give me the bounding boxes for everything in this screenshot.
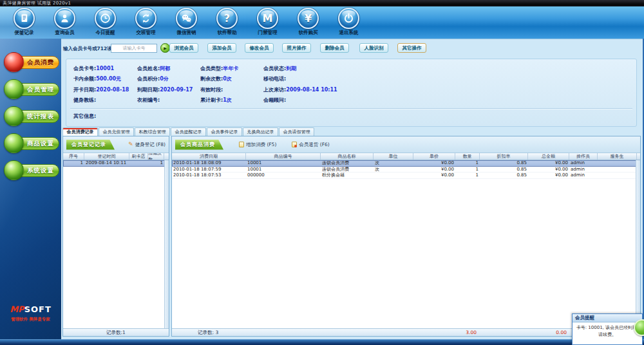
toolbar-button-software-help[interactable]: ?软件帮助 bbox=[207, 6, 247, 39]
browse-member-button[interactable]: 浏览会员 bbox=[169, 43, 198, 53]
tab-consumption-records[interactable]: 会员消费记录 bbox=[62, 127, 98, 136]
cell: 2010-01-18 18:07:59 bbox=[172, 167, 246, 172]
cell: ¥0.00 bbox=[528, 167, 569, 172]
edit-member-button[interactable]: 修改会员 bbox=[245, 43, 274, 53]
question-icon: ? bbox=[218, 9, 236, 28]
table-row[interactable]: 2010-01-18 18:07:53000000积分换会籍¥0.0010.85… bbox=[172, 172, 640, 179]
table-row[interactable]: 12009-08-14 10:111 bbox=[63, 160, 169, 167]
cell: admin bbox=[569, 172, 598, 178]
info-field: 会员状态:到期 bbox=[263, 65, 634, 72]
column-header[interactable]: 扣减次数 bbox=[148, 153, 164, 160]
column-header[interactable]: 单价 bbox=[413, 153, 455, 160]
records-content: 会员登记记录 ✎ 健身登记 (F8) 序号登记时间刷卡店扣减次数 12009-0… bbox=[62, 136, 641, 337]
amount-total: 0.00 bbox=[528, 330, 567, 335]
application-window: 美萍健身房管理 试用版 2020v1 便签记录查询会员今日提醒交班管理微信营销?… bbox=[0, 0, 644, 345]
info-value: 2009-08-14 10:11 bbox=[286, 87, 337, 93]
tab-event-records[interactable]: 会员事件记录 bbox=[207, 127, 242, 136]
cell: 000000 bbox=[246, 172, 321, 178]
logo-mp: MP bbox=[10, 304, 24, 314]
toolbar-button-access-control[interactable]: M门禁管理 bbox=[247, 6, 288, 39]
add-consumption-label: 增加消费 (F5) bbox=[246, 142, 276, 148]
cell: ¥0.00 bbox=[413, 167, 455, 172]
toolbar-button-exit-system[interactable]: 退出系统 bbox=[328, 6, 369, 39]
info-label: 会员积分: bbox=[137, 76, 160, 82]
tab-reminder-records[interactable]: 会员提醒记录 bbox=[171, 127, 206, 136]
add-document-icon bbox=[239, 142, 244, 147]
member-refund-button[interactable]: 会员退货 (F6) bbox=[292, 142, 329, 148]
info-label: 会籍顾问: bbox=[263, 97, 286, 103]
vertical-scrollbar[interactable] bbox=[636, 160, 640, 328]
cell: 1 bbox=[455, 167, 480, 172]
sidebar-item-goods-settings[interactable]: 商品设置 bbox=[1, 133, 60, 154]
toolbar-button-notes[interactable]: 便签记录 bbox=[4, 6, 44, 39]
vertical-scrollbar[interactable] bbox=[164, 160, 169, 328]
power-icon bbox=[338, 8, 359, 29]
toolbar-button-software-purchase[interactable]: ¥软件购买 bbox=[288, 6, 328, 39]
question-icon: ? bbox=[216, 8, 238, 29]
tab-goods-exchange[interactable]: 兑换商品记录 bbox=[243, 127, 278, 136]
column-header[interactable]: 消费日期 bbox=[172, 153, 246, 160]
play-arrow-icon: ▶ bbox=[164, 46, 167, 50]
logo-soft: SOFT bbox=[24, 304, 52, 314]
sidebar-item-statistics-reports[interactable]: 统计报表 bbox=[1, 106, 60, 127]
sidebar-item-system-settings[interactable]: 系统设置 bbox=[1, 160, 60, 182]
column-header[interactable]: 服务生 bbox=[598, 153, 637, 160]
column-header[interactable]: 单位 bbox=[374, 153, 413, 160]
info-value: 2020-08-18 bbox=[96, 87, 129, 93]
column-header[interactable]: 操作员 bbox=[569, 153, 598, 160]
delete-member-button[interactable]: 删除会员 bbox=[320, 43, 349, 53]
cell: ¥0.00 bbox=[413, 160, 455, 165]
info-label: 卡内余额: bbox=[73, 76, 96, 82]
column-header[interactable]: 数量 bbox=[455, 153, 480, 160]
quantity-total: 3.00 bbox=[438, 330, 477, 335]
add-member-button[interactable]: 添加会员 bbox=[207, 43, 236, 53]
column-header[interactable]: 商品名称 bbox=[321, 153, 374, 160]
tab-private-coach[interactable]: 私教综合管理 bbox=[135, 127, 170, 136]
tab-recharge-management[interactable]: 会员充值管理 bbox=[99, 127, 134, 136]
toolbar-label: 查询会员 bbox=[55, 30, 75, 36]
column-header[interactable]: 序号 bbox=[63, 153, 84, 160]
info-label: 会员卡号: bbox=[73, 66, 96, 71]
card-number-input[interactable] bbox=[111, 44, 157, 53]
sidebar-item-member-consumption[interactable]: 会员消费 bbox=[1, 51, 60, 73]
popup-message: 卡号: 10001, 该会员已经到期, 请续费。 bbox=[573, 322, 642, 340]
other-operations-button[interactable]: 其它操作 bbox=[397, 43, 426, 53]
column-header[interactable]: 总金额 bbox=[528, 153, 569, 160]
column-header[interactable]: 商品编号 bbox=[246, 153, 321, 160]
sidebar-item-member-management[interactable]: 会员管理 bbox=[1, 79, 60, 100]
cell: admin bbox=[569, 160, 598, 165]
consumption-table: 2010-01-18 18:08:0910001连锁会员消费次¥0.0010.8… bbox=[172, 160, 640, 328]
info-label: 有效时段: bbox=[200, 87, 223, 93]
cell: ¥0.00 bbox=[528, 160, 569, 165]
toolbar-label: 退出系统 bbox=[339, 30, 359, 36]
popup-title: 会员提醒 bbox=[573, 314, 642, 322]
record-tabs: 会员消费记录会员充值管理私教综合管理会员提醒记录会员事件记录兑换商品记录会员请假… bbox=[62, 127, 315, 136]
column-header[interactable]: 折扣率 bbox=[480, 153, 528, 160]
face-recognition-button[interactable]: 人脸识别 bbox=[359, 43, 388, 53]
shift-icon bbox=[135, 8, 156, 29]
photo-operations-button[interactable]: 照片操作 bbox=[282, 43, 311, 53]
column-header[interactable]: 登记时间 bbox=[84, 153, 129, 160]
gym-register-button[interactable]: ✎ 健身登记 (F8) bbox=[128, 142, 166, 148]
info-value: 半年卡 bbox=[223, 66, 238, 71]
sphere-icon bbox=[4, 79, 24, 99]
cell: 0.85 bbox=[480, 172, 528, 178]
toolbar-button-today-reminder[interactable]: 今日提醒 bbox=[85, 6, 126, 39]
clock-icon bbox=[95, 8, 116, 29]
checkin-panel: 会员登记记录 ✎ 健身登记 (F8) 序号登记时间刷卡店扣减次数 12009-0… bbox=[62, 136, 169, 337]
card-go-button[interactable]: ▶ bbox=[160, 43, 170, 53]
info-label: 累计刷卡: bbox=[200, 97, 223, 103]
toolbar-button-member-search[interactable]: 查询会员 bbox=[44, 6, 85, 39]
info-value: 到期 bbox=[286, 66, 296, 71]
cell: ¥0.00 bbox=[413, 172, 455, 178]
table-row[interactable]: 2010-01-18 18:07:5910001连锁会员消费次¥0.0010.8… bbox=[172, 167, 640, 173]
toolbar-button-wechat-marketing[interactable]: 微信营销 bbox=[166, 6, 207, 39]
other-info-label: 其它信息: bbox=[73, 113, 96, 120]
tab-leave-management[interactable]: 会员请假管理 bbox=[279, 127, 314, 136]
member-refund-label: 会员退货 (F6) bbox=[299, 142, 329, 148]
toolbar-button-shift-management[interactable]: 交班管理 bbox=[126, 6, 166, 39]
cell: 2009-08-14 10:11 bbox=[84, 160, 129, 165]
add-consumption-button[interactable]: 增加消费 (F5) bbox=[239, 142, 276, 148]
checkin-table: 12009-08-14 10:111 bbox=[63, 160, 169, 328]
column-header[interactable]: 刷卡店 bbox=[129, 153, 148, 160]
